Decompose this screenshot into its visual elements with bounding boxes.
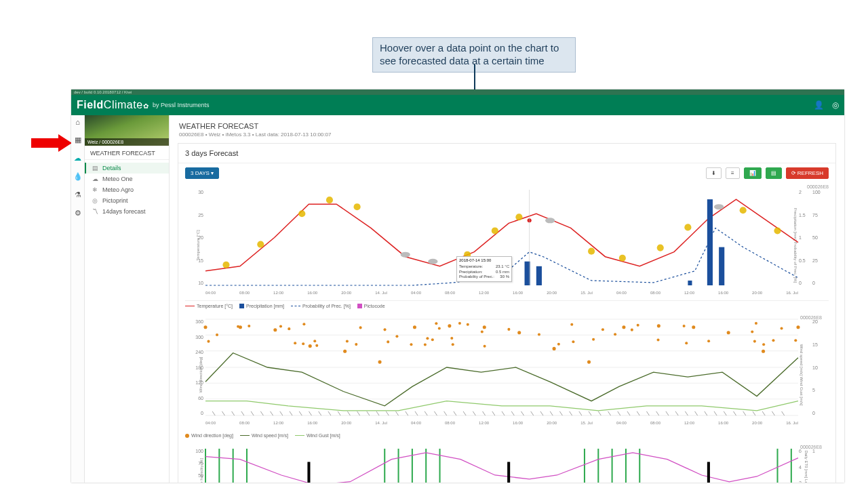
svg-line-116 — [425, 411, 427, 415]
svg-line-121 — [473, 411, 475, 415]
svg-line-152 — [772, 411, 774, 415]
svg-line-150 — [753, 411, 755, 415]
chart2-legend: Wind direction [deg]Wind speed [m/s]Wind… — [178, 432, 835, 442]
user-icon[interactable]: 👤 — [814, 100, 824, 110]
svg-point-14 — [774, 227, 781, 234]
svg-point-8 — [515, 214, 522, 220]
svg-point-70 — [637, 324, 639, 327]
rail-droplet-icon[interactable]: 💧 — [73, 172, 83, 181]
page-subtitle: 000026E8 • Weiz • iMetos 3.3 • Last data… — [170, 131, 844, 143]
chart-temp-precip[interactable]: 000026E8 3025201510 21.510.50 1007550250… — [185, 186, 829, 301]
svg-point-32 — [413, 325, 416, 329]
rail-lab-icon[interactable]: ⚗ — [75, 190, 81, 199]
svg-line-151 — [762, 411, 765, 415]
svg-line-145 — [705, 411, 707, 415]
svg-point-30 — [343, 350, 347, 353]
svg-line-102 — [290, 411, 292, 415]
svg-line-127 — [531, 411, 534, 415]
svg-point-77 — [557, 343, 560, 346]
refresh-button[interactable]: ⟳ REFRESH — [786, 167, 829, 179]
svg-line-147 — [724, 411, 726, 415]
svg-point-61 — [426, 337, 429, 340]
nav-rail: ⌂ ▦ ☁ 💧 ⚗ ⚙ — [71, 115, 85, 483]
svg-line-119 — [454, 411, 456, 415]
svg-point-53 — [683, 325, 686, 327]
svg-line-98 — [251, 411, 254, 415]
svg-line-106 — [328, 411, 331, 415]
svg-point-40 — [692, 325, 695, 329]
side-item-details[interactable]: ▤Details — [85, 163, 169, 174]
svg-line-129 — [550, 411, 553, 415]
download-button[interactable]: ⬇ — [706, 167, 722, 179]
precip-bar — [719, 247, 724, 285]
svg-point-26 — [203, 325, 207, 329]
svg-line-132 — [579, 411, 582, 415]
app-logo: FieldClimate✿ — [77, 99, 149, 111]
svg-point-88 — [458, 322, 461, 325]
svg-point-4 — [326, 197, 333, 203]
svg-line-138 — [637, 411, 639, 415]
precip-bar — [688, 281, 692, 285]
svg-point-31 — [378, 361, 382, 364]
panel-title: 3 days Forecast — [178, 144, 835, 163]
svg-point-44 — [207, 340, 210, 343]
svg-point-64 — [481, 331, 484, 333]
svg-point-18 — [714, 204, 724, 209]
svg-point-52 — [395, 335, 398, 338]
svg-point-63 — [359, 326, 362, 329]
list-button[interactable]: ≡ — [726, 167, 740, 179]
svg-point-57 — [538, 333, 540, 336]
svg-point-51 — [384, 328, 387, 331]
side-item-icon: ◎ — [92, 197, 98, 204]
side-item-14days-forecast[interactable]: 〽14days forecast — [85, 206, 169, 217]
svg-line-135 — [608, 411, 611, 415]
svg-rect-172 — [707, 462, 710, 483]
side-item-pictoprint[interactable]: ◎Pictoprint — [85, 195, 169, 206]
table-green-button[interactable]: ▤ — [766, 167, 782, 179]
svg-point-38 — [622, 325, 625, 329]
svg-line-120 — [463, 411, 466, 415]
chart-wind[interactable]: 000026E8 360300240180120600 20151050 Win… — [185, 315, 829, 430]
svg-point-72 — [794, 339, 797, 342]
side-item-meteo-one[interactable]: ☁Meteo One — [85, 174, 169, 184]
svg-line-122 — [483, 411, 486, 415]
rail-forecast-icon[interactable]: ☁ — [74, 154, 81, 163]
side-item-label: Pictoprint — [102, 197, 128, 204]
svg-line-139 — [646, 411, 649, 415]
svg-point-42 — [762, 350, 765, 353]
chart3-y-label-right: Daily ET0 [mm] Leaf Wetness — [804, 450, 808, 483]
side-item-label: Details — [102, 165, 121, 171]
rail-grid-icon[interactable]: ▦ — [75, 136, 81, 144]
svg-point-89 — [410, 343, 412, 346]
svg-line-109 — [357, 411, 360, 415]
range-dropdown[interactable]: 3 DAYS ▾ — [185, 167, 219, 179]
page-title: WEATHER FORECAST — [170, 115, 844, 131]
chart2-y-label-left: Wind direction [deg] — [199, 357, 203, 392]
svg-line-104 — [309, 411, 311, 415]
svg-point-79 — [279, 325, 282, 328]
svg-point-86 — [216, 333, 218, 336]
svg-line-137 — [627, 411, 630, 415]
svg-point-13 — [740, 207, 747, 214]
svg-rect-171 — [507, 462, 510, 483]
svg-point-33 — [448, 324, 451, 327]
chart-humidity[interactable]: 000026E8 1007550250 6420 1 Relative humi… — [185, 445, 829, 483]
side-panel: Weiz / 000026E8 WEATHER FORECAST ▤Detail… — [85, 115, 170, 483]
svg-line-144 — [695, 411, 698, 415]
rail-settings-icon[interactable]: ⚙ — [75, 209, 81, 218]
wind-gust-line — [205, 353, 798, 406]
svg-line-100 — [271, 411, 273, 415]
chart-green-button[interactable]: 📊 — [744, 167, 762, 179]
brand-byline: by Pessl Instruments — [153, 102, 210, 108]
svg-point-71 — [631, 329, 633, 331]
svg-line-140 — [656, 411, 659, 415]
radio-icon[interactable]: ◎ — [832, 100, 839, 110]
side-item-label: 14days forecast — [102, 208, 146, 215]
app-window: dev / build 0.10.20180712 / Kiwi FieldCl… — [71, 89, 844, 483]
svg-line-146 — [714, 411, 717, 415]
svg-point-83 — [315, 344, 318, 347]
rail-home-icon[interactable]: ⌂ — [75, 118, 80, 126]
side-item-meteo-agro[interactable]: ❄Meteo Agro — [85, 184, 169, 195]
chart1-y-label-left: Temperature [°C] — [196, 230, 200, 260]
station-thumb[interactable]: Weiz / 000026E8 — [85, 115, 169, 146]
